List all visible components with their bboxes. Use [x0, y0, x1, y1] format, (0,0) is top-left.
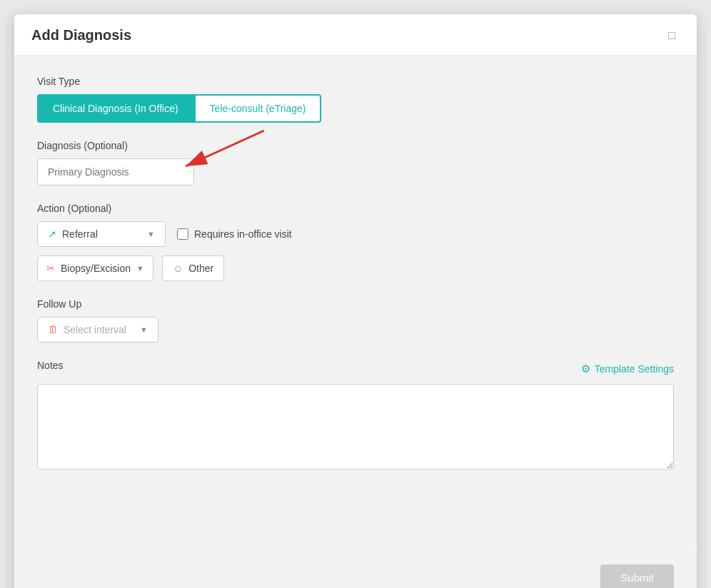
biopsy-dropdown[interactable]: ✂ Biopsy/Excision ▼ — [37, 255, 153, 281]
visit-type-label: Visit Type — [37, 76, 674, 87]
biopsy-icon: ✂ — [46, 263, 55, 274]
template-settings-button[interactable]: ⚙ Template Settings — [581, 363, 674, 375]
biopsy-label: Biopsy/Excision — [61, 263, 131, 274]
diagnosis-label: Diagnosis (Optional) — [37, 140, 674, 151]
notes-section: Notes ⚙ Template Settings — [37, 360, 674, 472]
other-icon: ☺ — [173, 263, 183, 274]
primary-diagnosis-input[interactable] — [37, 158, 194, 186]
referral-label: Referral — [62, 228, 98, 240]
visit-type-buttons: Clinical Diagnosis (In Office) Tele-cons… — [37, 94, 674, 123]
other-button[interactable]: ☺ Other — [162, 255, 224, 281]
calendar-icon: 🗓 — [48, 324, 58, 335]
modal-body: Visit Type Clinical Diagnosis (In Office… — [14, 56, 697, 553]
clinical-diagnosis-button[interactable]: Clinical Diagnosis (In Office) — [37, 94, 194, 123]
action-label: Action (Optional) — [37, 203, 674, 214]
requires-office-label: Requires in-office visit — [194, 228, 292, 240]
add-diagnosis-modal: Add Diagnosis □ Visit Type Clinical Diag… — [14, 14, 697, 588]
gear-icon: ⚙ — [581, 363, 590, 375]
modal-close-button[interactable]: □ — [664, 28, 680, 44]
follow-up-chevron-icon: ▼ — [140, 325, 148, 334]
other-label: Other — [188, 263, 213, 274]
requires-office-checkbox[interactable] — [177, 228, 188, 240]
template-settings-label: Template Settings — [595, 363, 674, 375]
modal-title: Add Diagnosis — [31, 27, 131, 44]
referral-icon: ↗ — [48, 228, 56, 240]
referral-dropdown[interactable]: ↗ Referral ▼ — [37, 221, 166, 247]
modal-header: Add Diagnosis □ — [14, 14, 697, 56]
action-section: Action (Optional) ↗ Referral ▼ Requires … — [37, 203, 674, 281]
biopsy-chevron-icon: ▼ — [136, 264, 144, 273]
visit-type-section: Visit Type Clinical Diagnosis (In Office… — [37, 76, 674, 123]
notes-header-row: Notes ⚙ Template Settings — [37, 360, 674, 378]
referral-chevron-icon: ▼ — [147, 230, 155, 238]
follow-up-label: Follow Up — [37, 298, 674, 310]
notes-label: Notes — [37, 360, 64, 371]
modal-footer: Submit — [14, 553, 697, 588]
submit-button[interactable]: Submit — [600, 564, 674, 588]
notes-textarea[interactable] — [37, 384, 674, 470]
action-row-2: ✂ Biopsy/Excision ▼ ☺ Other — [37, 255, 674, 281]
follow-up-section: Follow Up 🗓 Select interval ▼ — [37, 298, 674, 343]
follow-up-placeholder: Select interval — [64, 324, 126, 335]
action-row-1: ↗ Referral ▼ Requires in-office visit — [37, 221, 674, 247]
follow-up-dropdown[interactable]: 🗓 Select interval ▼ — [37, 317, 158, 343]
tele-consult-button[interactable]: Tele-consult (eTriage) — [194, 94, 322, 123]
requires-office-row: Requires in-office visit — [177, 228, 292, 240]
diagnosis-section: Diagnosis (Optional) — [37, 140, 674, 186]
